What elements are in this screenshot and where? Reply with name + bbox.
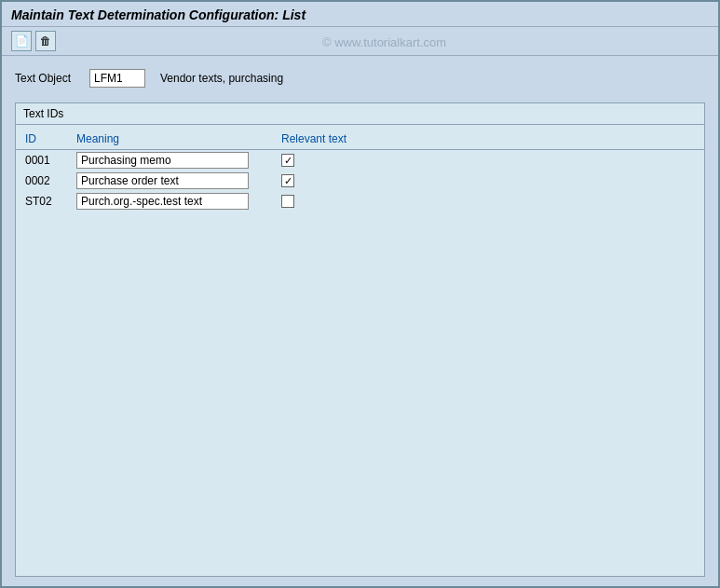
new-icon: 📄: [15, 34, 29, 48]
table-row: ST02: [16, 191, 704, 212]
col-header-relevant: Relevant text: [278, 130, 371, 147]
checkbox-0001[interactable]: ✓: [281, 154, 294, 167]
table-header: ID Meaning Relevant text: [16, 129, 704, 150]
text-object-label: Text Object: [15, 72, 80, 85]
table-area: ID Meaning Relevant text 0001 ✓ 0002: [16, 125, 704, 215]
delete-icon: 🗑: [40, 34, 51, 48]
meaning-input-st02[interactable]: [76, 193, 249, 210]
cell-relevant-0002: ✓: [278, 173, 371, 188]
cell-id-0002: 0002: [21, 173, 73, 188]
text-object-description: Vendor texts, purchasing: [160, 72, 283, 85]
watermark: © www.tutorialkart.com: [60, 34, 709, 49]
checkbox-st02[interactable]: [281, 195, 294, 208]
text-object-row: Text Object Vendor texts, purchasing: [15, 65, 705, 91]
toolbar: 📄 🗑 © www.tutorialkart.com: [2, 27, 718, 56]
cell-meaning-0002: [73, 171, 278, 190]
main-window: Maintain Text Determination Configuratio…: [0, 0, 720, 588]
cell-id-st02: ST02: [21, 194, 73, 209]
col-header-id: ID: [21, 130, 73, 147]
title-bar: Maintain Text Determination Configuratio…: [2, 2, 718, 27]
section-title: Text IDs: [16, 103, 704, 125]
cell-meaning-st02: [73, 192, 278, 211]
page-title: Maintain Text Determination Configuratio…: [11, 7, 709, 22]
table-row: 0002 ✓: [16, 171, 704, 191]
delete-button[interactable]: 🗑: [35, 31, 56, 51]
col-header-meaning: Meaning: [73, 130, 278, 147]
meaning-input-0002[interactable]: [76, 172, 249, 189]
new-button[interactable]: 📄: [11, 31, 32, 51]
text-ids-section: Text IDs ID Meaning Relevant text 0001 ✓: [15, 103, 705, 577]
cell-id-0001: 0001: [21, 153, 73, 168]
table-row: 0001 ✓: [16, 150, 704, 171]
checkbox-0002[interactable]: ✓: [281, 174, 294, 187]
cell-relevant-0001: ✓: [278, 153, 371, 168]
content-area: Text Object Vendor texts, purchasing Tex…: [2, 56, 718, 586]
cell-relevant-st02: [278, 194, 371, 209]
text-object-input[interactable]: [89, 69, 145, 88]
meaning-input-0001[interactable]: [76, 152, 249, 169]
cell-meaning-0001: [73, 151, 278, 170]
